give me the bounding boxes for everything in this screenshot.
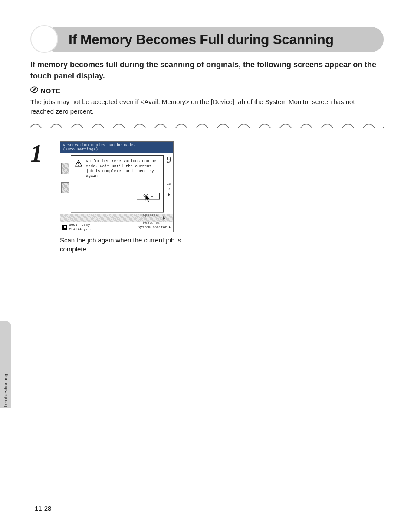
- side-tab-label: Troubleshooting: [3, 357, 8, 408]
- note-body: The jobs may not be accepted even if <Av…: [30, 97, 384, 116]
- alert-modal: No further reservations can be made. Wai…: [71, 155, 164, 212]
- dialog-titlebar: Reservation copies can be made. (Auto se…: [60, 142, 173, 154]
- printer-icon: [62, 225, 67, 230]
- title-bullet-circle: [30, 25, 58, 53]
- dialog-title-line2: (Auto settings): [63, 147, 171, 152]
- status-bar: 0001 Copy Printing... System Monitor: [60, 222, 173, 232]
- side-tab: Troubleshooting: [0, 321, 11, 408]
- touch-panel-screenshot: Reservation copies can be made. (Auto se…: [60, 141, 174, 232]
- note-label-text: NOTE: [41, 87, 61, 95]
- note-label: NOTE: [30, 86, 384, 95]
- alert-message: No further reservations can be made. Wai…: [86, 159, 160, 179]
- svg-rect-2: [78, 165, 79, 166]
- pencil-icon: [30, 86, 38, 95]
- svg-rect-1: [78, 162, 79, 164]
- page-footer: 11-28: [35, 502, 78, 512]
- panel-left-edge: [60, 153, 70, 214]
- right-small-1: 3D: [164, 182, 173, 186]
- status-text: 0001 Copy Printing...: [69, 223, 92, 231]
- right-small-2: K: [164, 187, 173, 191]
- step-number: 1: [30, 144, 43, 163]
- title-bar: If Memory Becomes Full during Scanning: [44, 27, 384, 52]
- strip-arrow-icon: [163, 216, 165, 220]
- right-arrow-icon: [168, 193, 170, 196]
- cursor-icon: [145, 194, 151, 203]
- page-number: 11-28: [35, 505, 78, 512]
- chevron-right-icon: [169, 226, 171, 228]
- warning-icon: [75, 160, 82, 167]
- screenshot-caption: Scan the job again when the current job …: [60, 235, 194, 254]
- panel-right-edge: 9 3D K: [164, 153, 173, 214]
- section-title-wrap: If Memory Becomes Full during Scanning: [30, 27, 384, 52]
- system-monitor-label: System Monitor: [138, 225, 167, 229]
- section-title: If Memory Becomes Full during Scanning: [69, 32, 333, 48]
- system-monitor-button[interactable]: System Monitor: [135, 222, 173, 232]
- copies-number: 9: [164, 154, 173, 165]
- wavy-divider: [30, 123, 384, 128]
- special-features-strip: Special Features: [60, 214, 173, 222]
- intro-paragraph: If memory becomes full during the scanni…: [30, 59, 384, 82]
- dialog-title-line1: Reservation copies can be made.: [63, 143, 171, 148]
